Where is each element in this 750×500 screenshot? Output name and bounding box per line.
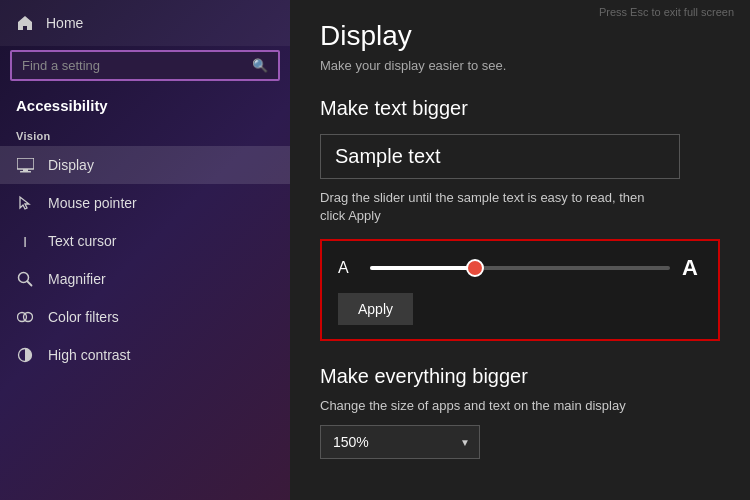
sidebar-item-mouse-pointer[interactable]: Mouse pointer: [0, 184, 290, 222]
sidebar-item-display-label: Display: [48, 157, 94, 173]
sidebar-item-contrast-label: High contrast: [48, 347, 130, 363]
esc-hint: Press Esc to exit full screen: [599, 6, 734, 18]
page-subtitle: Make your display easier to see.: [320, 58, 720, 73]
sample-text-box: Sample text: [320, 134, 680, 179]
sidebar-home-button[interactable]: Home: [0, 0, 290, 46]
sample-text: Sample text: [335, 145, 441, 167]
text-bigger-heading: Make text bigger: [320, 97, 720, 120]
sidebar-item-color-filters[interactable]: Color filters: [0, 298, 290, 336]
slider-track[interactable]: [370, 266, 670, 270]
color-filters-icon: [16, 308, 34, 326]
slider-thumb[interactable]: [466, 259, 484, 277]
svg-point-6: [24, 313, 33, 322]
svg-rect-1: [23, 169, 28, 171]
dropdown-wrapper[interactable]: 100% 125% 150% 175% 200% ▼: [320, 425, 480, 459]
sidebar-item-mouse-label: Mouse pointer: [48, 195, 137, 211]
display-icon: [16, 156, 34, 174]
sidebar-item-magnifier-label: Magnifier: [48, 271, 106, 287]
search-icon: 🔍: [252, 58, 268, 73]
svg-line-4: [28, 282, 32, 286]
vision-section-title: Vision: [0, 122, 290, 146]
slider-container: A A Apply: [320, 239, 720, 341]
slider-row: A A: [338, 255, 702, 281]
home-icon: [16, 14, 34, 32]
sidebar-item-high-contrast[interactable]: High contrast: [0, 336, 290, 374]
size-dropdown[interactable]: 100% 125% 150% 175% 200%: [320, 425, 480, 459]
slider-label-large-a: A: [682, 255, 702, 281]
main-content: Press Esc to exit full screen Display Ma…: [290, 0, 750, 500]
slider-fill: [370, 266, 475, 270]
page-title: Display: [320, 20, 720, 52]
text-cursor-icon: I: [16, 232, 34, 250]
mouse-pointer-icon: [16, 194, 34, 212]
sidebar: Home 🔍 Accessibility Vision Display Mous…: [0, 0, 290, 500]
slider-label-small-a: A: [338, 259, 358, 277]
home-label: Home: [46, 15, 83, 31]
sidebar-item-colorfilters-label: Color filters: [48, 309, 119, 325]
apply-button[interactable]: Apply: [338, 293, 413, 325]
bigger-description: Change the size of apps and text on the …: [320, 398, 720, 413]
search-box[interactable]: 🔍: [10, 50, 280, 81]
search-input[interactable]: [22, 58, 252, 73]
sidebar-item-text-cursor[interactable]: I Text cursor: [0, 222, 290, 260]
everything-bigger-heading: Make everything bigger: [320, 365, 720, 388]
svg-rect-0: [17, 158, 34, 169]
svg-rect-2: [20, 171, 31, 173]
sidebar-item-magnifier[interactable]: Magnifier: [0, 260, 290, 298]
sidebar-item-cursor-label: Text cursor: [48, 233, 116, 249]
slider-instruction: Drag the slider until the sample text is…: [320, 189, 720, 225]
magnifier-icon: [16, 270, 34, 288]
dropdown-row: 100% 125% 150% 175% 200% ▼: [320, 425, 720, 459]
high-contrast-icon: [16, 346, 34, 364]
sidebar-category-label: Accessibility: [0, 91, 290, 122]
sidebar-item-display[interactable]: Display: [0, 146, 290, 184]
